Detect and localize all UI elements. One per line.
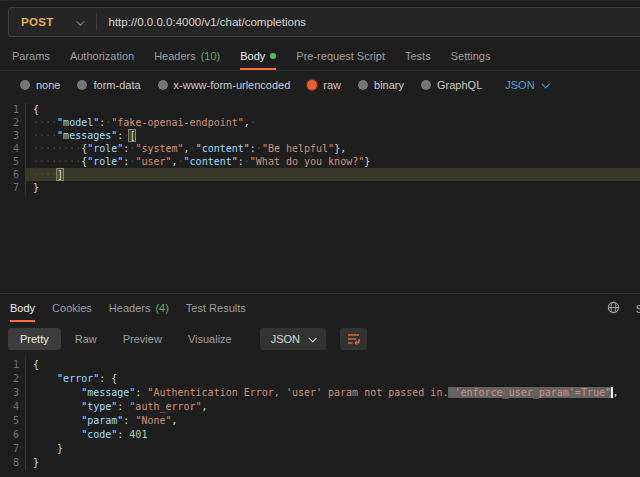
code-content: ····"messages":·[ — [26, 129, 640, 142]
globe-icon[interactable] — [607, 301, 620, 314]
line-number: 5 — [0, 155, 26, 168]
tab-label: Body — [240, 50, 265, 62]
tab-count: (10) — [201, 50, 221, 62]
code-line-7[interactable]: 7 } — [0, 442, 640, 456]
body-type-none[interactable]: none — [20, 79, 60, 91]
selected-text: 'enforce_user_param'=True" — [448, 387, 611, 398]
response-tab-cookies[interactable]: Cookies — [52, 294, 92, 322]
tab-label: Settings — [451, 50, 491, 62]
radio-label: raw — [323, 79, 341, 91]
tab-pre-request-script[interactable]: Pre-request Script — [296, 42, 385, 70]
code-line-1[interactable]: 1{ — [0, 358, 640, 372]
tab-params[interactable]: Params — [12, 42, 50, 70]
unsaved-dot-icon — [270, 53, 276, 59]
response-body-editor[interactable]: 1{2 "error": {3 "message": "Authenticati… — [0, 355, 640, 476]
line-number: 4 — [0, 142, 26, 155]
tab-tests[interactable]: Tests — [405, 42, 431, 70]
response-toolbar: PrettyRawPreviewVisualize JSON — [0, 322, 640, 355]
code-line-5[interactable]: 5 "param": "None", — [0, 414, 640, 428]
chevron-down-icon — [76, 17, 84, 25]
response-meta — [607, 301, 620, 314]
code-content: ····] — [26, 168, 640, 181]
view-visualize-button[interactable]: Visualize — [176, 328, 244, 350]
code-content: "message": "Authentication Error, 'user'… — [26, 386, 640, 400]
code-content: "code": 401 — [26, 428, 640, 442]
code-line-3[interactable]: 3 "message": "Authentication Error, 'use… — [0, 386, 640, 400]
body-type-raw[interactable]: raw — [307, 79, 341, 91]
code-line-5[interactable]: 5········{"role":·"user",·"content":·"Wh… — [0, 155, 640, 168]
tab-body[interactable]: Body — [240, 42, 276, 70]
wrap-text-button[interactable] — [340, 328, 367, 350]
response-format-select[interactable]: JSON — [260, 328, 326, 350]
radio-icon — [358, 80, 368, 90]
response-tab-headers[interactable]: Headers(4) — [109, 294, 169, 322]
line-number: 2 — [0, 372, 26, 386]
code-content: { — [26, 103, 640, 116]
url-input[interactable]: http://0.0.0.0:4000/v1/chat/completions — [109, 16, 307, 28]
body-type-graphql[interactable]: GraphQL — [421, 79, 482, 91]
response-tab-test-results[interactable]: Test Results — [186, 294, 246, 322]
tab-count: (4) — [155, 302, 168, 314]
view-pretty-button[interactable]: Pretty — [8, 328, 61, 350]
body-type-x-www-form-urlencoded[interactable]: x-www-form-urlencoded — [158, 79, 291, 91]
line-number: 1 — [0, 103, 26, 116]
tab-label: Headers — [109, 302, 151, 314]
response-view-buttons: PrettyRawPreviewVisualize — [8, 328, 244, 350]
tab-label: Cookies — [52, 302, 92, 314]
tab-label: Pre-request Script — [296, 50, 385, 62]
radio-icon — [158, 80, 168, 90]
code-line-8[interactable]: 8} — [0, 456, 640, 470]
body-format-select[interactable]: JSON — [505, 79, 547, 91]
code-content: ········{"role":·"user",·"content":·"Wha… — [26, 155, 640, 168]
body-type-form-data[interactable]: form-data — [77, 79, 140, 91]
radio-icon — [20, 80, 30, 90]
radio-icon — [421, 80, 431, 90]
code-line-1[interactable]: 1{ — [0, 103, 640, 116]
tab-label: Authorization — [70, 50, 134, 62]
view-raw-button[interactable]: Raw — [63, 328, 109, 350]
code-line-2[interactable]: 2 "error": { — [0, 372, 640, 386]
body-type-row: noneform-datax-www-form-urlencodedrawbin… — [0, 71, 640, 99]
code-line-3[interactable]: 3····"messages":·[ — [0, 129, 640, 142]
code-line-2[interactable]: 2····"model":·"fake-openai-endpoint",· — [0, 116, 640, 129]
radio-label: x-www-form-urlencoded — [174, 79, 291, 91]
body-type-binary[interactable]: binary — [358, 79, 404, 91]
request-url-row: POST http://0.0.0.0:4000/v1/chat/complet… — [0, 0, 640, 42]
tab-label: Params — [12, 50, 50, 62]
line-number: 3 — [0, 129, 26, 142]
line-number: 8 — [0, 456, 26, 470]
radio-label: GraphQL — [437, 79, 482, 91]
tab-authorization[interactable]: Authorization — [70, 42, 134, 70]
code-line-7[interactable]: 7} — [0, 181, 640, 194]
radio-label: form-data — [93, 79, 140, 91]
code-line-4[interactable]: 4········{"role":·"system",·"content":·"… — [0, 142, 640, 155]
line-number: 1 — [0, 358, 26, 372]
method-label: POST — [9, 16, 54, 28]
line-number: 2 — [0, 116, 26, 129]
tab-settings[interactable]: Settings — [451, 42, 491, 70]
code-content: "error": { — [26, 372, 640, 386]
tab-headers[interactable]: Headers(10) — [154, 42, 220, 70]
tab-label: Test Results — [186, 302, 246, 314]
body-format-label: JSON — [505, 79, 534, 91]
view-preview-button[interactable]: Preview — [111, 328, 174, 350]
code-content: "type": "auth_error", — [26, 400, 640, 414]
method-dropdown[interactable] — [76, 16, 82, 28]
code-content: } — [26, 456, 640, 470]
code-content: ····"model":·"fake-openai-endpoint",· — [26, 116, 640, 129]
code-content: } — [26, 181, 640, 194]
radio-icon — [307, 80, 317, 90]
request-body-editor[interactable]: 1{2····"model":·"fake-openai-endpoint",·… — [0, 99, 640, 294]
request-tabs: ParamsAuthorizationHeaders(10)BodyPre-re… — [0, 42, 640, 71]
response-format-label: JSON — [271, 333, 300, 345]
line-number: 6 — [0, 168, 26, 181]
code-line-6[interactable]: 6 "code": 401 — [0, 428, 640, 442]
response-tabs: BodyCookiesHeaders(4)Test Results S — [0, 294, 640, 322]
chevron-down-icon — [541, 80, 549, 88]
response-tab-body[interactable]: Body — [10, 294, 35, 322]
code-line-6[interactable]: 6····] — [0, 168, 640, 181]
code-line-4[interactable]: 4 "type": "auth_error", — [0, 400, 640, 414]
url-bar: POST http://0.0.0.0:4000/v1/chat/complet… — [8, 7, 640, 37]
code-content: "param": "None", — [26, 414, 640, 428]
code-content: { — [26, 358, 640, 372]
